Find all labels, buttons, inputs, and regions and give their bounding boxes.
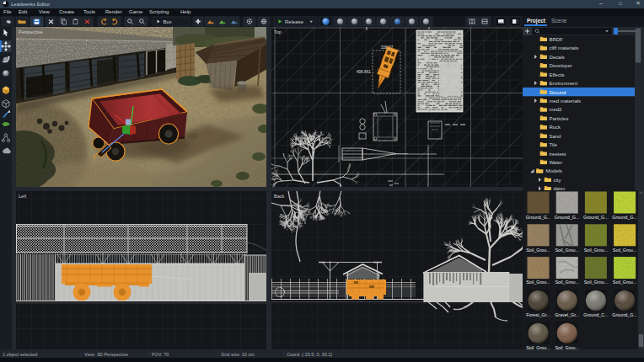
svg-text:Environment: Environment: [549, 81, 577, 86]
svg-text:Soil_Grou...: Soil_Grou...: [613, 279, 636, 285]
svg-text:498.861: 498.861: [357, 70, 372, 74]
svg-text:BRDF: BRDF: [549, 37, 563, 42]
svg-text:Soil_Grou...: Soil_Grou...: [584, 248, 608, 253]
svg-text:Soil_Grou...: Soil_Grou...: [526, 248, 550, 253]
svg-text:Box: Box: [164, 19, 172, 24]
svg-text:Soil_Grou...: Soil_Grou...: [555, 248, 578, 253]
svg-text:Models: Models: [546, 168, 562, 173]
svg-text:city: city: [553, 178, 561, 183]
svg-text:cliff materials: cliff materials: [549, 45, 578, 51]
svg-text:Left: Left: [19, 194, 27, 199]
svg-text:Sand: Sand: [549, 134, 561, 139]
svg-text:Ground_G...: Ground_G...: [583, 215, 609, 220]
svg-text:treetest: treetest: [549, 152, 566, 157]
svg-text:Back: Back: [274, 194, 284, 199]
svg-text:Perspective: Perspective: [19, 29, 43, 35]
svg-text:Soil_Grou...: Soil_Grou...: [613, 248, 636, 253]
svg-text:Soil_Grou...: Soil_Grou...: [555, 279, 578, 285]
svg-text:338.77: 338.77: [381, 45, 394, 50]
svg-text:Soil_Grou...: Soil_Grou...: [584, 279, 608, 285]
svg-text:Top: Top: [274, 29, 282, 35]
svg-text:Ground_C...: Ground_C...: [583, 312, 608, 317]
svg-text:Water: Water: [549, 160, 562, 165]
svg-text:Tile: Tile: [549, 142, 557, 147]
svg-text:Effects: Effects: [549, 72, 564, 77]
svg-text:Release: Release: [285, 19, 304, 24]
svg-text:Rock: Rock: [549, 125, 561, 130]
svg-text:Forest_Gr...: Forest_Gr...: [526, 312, 550, 317]
svg-text:Ground_G...: Ground_G...: [555, 215, 580, 220]
svg-text:med materials: med materials: [549, 98, 581, 104]
svg-text:Particles: Particles: [549, 116, 568, 121]
svg-text:Ground_G...: Ground_G...: [526, 215, 551, 220]
svg-text:Ground_G...: Ground_G...: [612, 215, 637, 220]
svg-text:Soil_Grou...: Soil_Grou...: [526, 279, 550, 285]
svg-text:Ground: Ground: [549, 90, 566, 95]
svg-text:med2: med2: [549, 107, 562, 112]
svg-text:Decals: Decals: [549, 55, 564, 60]
svg-text:Developer: Developer: [549, 63, 572, 68]
svg-text:Ground_G...: Ground_G...: [612, 312, 637, 317]
svg-text:Gravel_Gr...: Gravel_Gr...: [555, 312, 579, 317]
